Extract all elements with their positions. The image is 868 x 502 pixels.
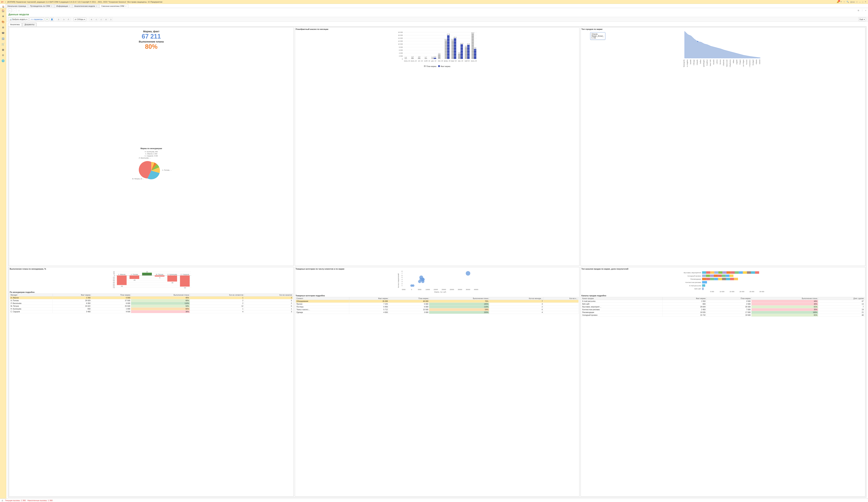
- svg-rect-197: [714, 278, 718, 280]
- tab-guide[interactable]: Путеводитель по CRM×: [28, 4, 54, 8]
- tb-4[interactable]: ▣: [90, 18, 93, 21]
- rail-settings-icon[interactable]: ✿: [2, 26, 4, 29]
- kpi-margin-label: Маржа, факт: [10, 30, 293, 33]
- analyze-button[interactable]: 👤: [50, 18, 54, 21]
- link-icon[interactable]: ⧉: [858, 9, 859, 12]
- svg-rect-201: [730, 278, 734, 280]
- tab-home[interactable]: Начальная страница: [6, 4, 28, 8]
- svg-text:7: 7: [402, 272, 402, 274]
- table-row[interactable]: М. Петров24 02225 50094%126: [10, 305, 293, 307]
- forward-button[interactable]: →: [13, 9, 17, 12]
- svg-text:35000: 35000: [466, 289, 470, 290]
- table-row[interactable]: Одежда4 6503 000155%4: [296, 311, 579, 314]
- svg-text:нояб. 19: нояб. 19: [424, 60, 430, 62]
- planfact-chart: июнь 190,5июль 191,0окт. 191,0нояб. 190,…: [296, 31, 579, 65]
- table-row[interactable]: E-mail рассылка1 5503 50044%47: [581, 300, 865, 303]
- hamburger-icon[interactable]: ≡: [5, 1, 6, 3]
- more-icon[interactable]: ⋮: [861, 9, 863, 12]
- close-icon[interactable]: ×: [51, 5, 52, 7]
- svg-rect-6: [404, 58, 407, 59]
- history-icon[interactable]: ⟳: [840, 1, 842, 3]
- table-row[interactable]: Контекстная реклама2 4507 00035%19: [581, 308, 865, 311]
- rail-star-icon[interactable]: ❋: [2, 15, 4, 18]
- tb-8[interactable]: ▧: [109, 18, 113, 21]
- rail-phone-icon[interactable]: ☎: [2, 32, 4, 34]
- svg-text:Рекомендации: Рекомендации: [690, 278, 701, 280]
- table-row[interactable]: А. Иванов2 2605 00045%13: [10, 296, 293, 299]
- table-row[interactable]: Л. Васильева6 9506 000116%22: [10, 302, 293, 305]
- table-row[interactable]: Постеры6 9506 000116%2: [296, 305, 579, 308]
- minimize-icon[interactable]: —: [859, 1, 861, 3]
- search-icon[interactable]: 🔍: [847, 1, 849, 3]
- back-button[interactable]: ←: [8, 9, 12, 12]
- tb-2[interactable]: ◨: [62, 18, 66, 21]
- tab-analytics[interactable]: Сквозная аналитика CRM×: [100, 4, 128, 8]
- notification-icon[interactable]: 🔔3: [837, 1, 839, 3]
- rail-gear-icon[interactable]: ⚙: [2, 54, 4, 56]
- svg-text:Н. Кузнецова, 650: Н. Кузнецова, 650: [145, 151, 158, 153]
- table-row[interactable]: Оборудование35 09946 00076%7: [296, 300, 579, 303]
- table-row[interactable]: Прочее7 2255 000145%4: [296, 303, 579, 305]
- rail-building-icon[interactable]: 🏢: [2, 37, 4, 40]
- rail-grid-icon[interactable]: ▦: [2, 48, 4, 51]
- select-model-button[interactable]: 📊 Выбрать модель ▾: [8, 18, 29, 21]
- rail-home-icon[interactable]: 🏠: [2, 9, 4, 12]
- table-row[interactable]: Н. Кузнецова6501 00065%11: [10, 307, 293, 310]
- svg-text:25 000: 25 000: [750, 291, 754, 292]
- maximize-icon[interactable]: □: [862, 1, 863, 3]
- menu-icon[interactable]: ≡: [856, 1, 857, 3]
- tb-5[interactable]: ▤: [94, 18, 98, 21]
- svg-text:15,6: 15,6: [453, 36, 457, 38]
- svg-text:30 000: 30 000: [760, 291, 764, 292]
- table-row[interactable]: Холодный прозвон15 73219 50081%40: [581, 314, 865, 316]
- rail-key-icon[interactable]: 🎨: [2, 20, 4, 23]
- rail-globe-icon[interactable]: 🌐: [2, 59, 4, 62]
- svg-text:11,0: 11,0: [460, 43, 463, 44]
- rail-cart-icon[interactable]: 🛒: [2, 43, 4, 45]
- chanbar-title: Топ каналов продаж по марже, доли покупа…: [581, 268, 865, 270]
- chan-table[interactable]: Канал продажФакт маржаПлан маржаВыполнен…: [581, 297, 865, 317]
- svg-rect-9: [411, 57, 414, 59]
- svg-rect-37: [461, 44, 463, 59]
- mgr-table[interactable]: ManagerФакт маржаПлан маржаВыполнение пл…: [10, 294, 293, 313]
- svg-rect-192: [730, 274, 734, 277]
- more-button[interactable]: Ещё ▾: [858, 18, 866, 21]
- tb-7[interactable]: ▦: [104, 18, 108, 21]
- tab-info[interactable]: Информация×: [54, 4, 72, 8]
- table-row[interactable]: Веб-сайт8002 00040%13: [581, 303, 865, 305]
- table-row[interactable]: Рекомендации18 03517 000106%21: [581, 311, 865, 314]
- close-icon[interactable]: ✕: [865, 1, 866, 3]
- refresh-button[interactable]: ⟳: [45, 18, 49, 21]
- printer-icon[interactable]: 🖨: [1, 499, 3, 501]
- pie-title: Маржа по менеджерам: [10, 147, 293, 149]
- svg-text:-20: -20: [133, 279, 135, 281]
- filters-button[interactable]: 🏷 Отборы ▾: [74, 18, 86, 21]
- home-icon[interactable]: 🏠: [2, 6, 4, 8]
- nav-row: ← → ☆ ⧉ ⋮ ×: [6, 8, 868, 13]
- tb-1[interactable]: ◧: [57, 18, 61, 21]
- close-icon[interactable]: ×: [69, 5, 70, 7]
- svg-text:19,0: 19,0: [471, 32, 474, 34]
- star-icon[interactable]: ☆: [843, 1, 845, 3]
- ptab-documents[interactable]: Документы: [22, 23, 37, 27]
- close-icon[interactable]: ×: [125, 5, 126, 7]
- table-row[interactable]: Ткань и аксесс…5 71210 50054%6: [296, 308, 579, 311]
- cat-table[interactable]: СегментФакт маржаПлан маржаВыполнение пл…: [296, 297, 579, 314]
- user-label[interactable]: Демо: [850, 1, 855, 3]
- cities-title: Топ городов по марже: [581, 28, 865, 30]
- table-row[interactable]: Выставки, мероприят…28 64435 50081%7: [581, 305, 865, 308]
- svg-text:0,6: 0,6: [431, 56, 434, 58]
- close-icon[interactable]: ×: [96, 5, 97, 7]
- params-button[interactable]: <-> параметры: [30, 18, 44, 21]
- close-page-icon[interactable]: ×: [865, 9, 866, 11]
- tb-6[interactable]: ▥: [99, 18, 103, 21]
- svg-text:Milan: Milan: [733, 60, 734, 63]
- tb-3[interactable]: ◩: [67, 18, 71, 21]
- ptab-analytics[interactable]: Аналитика: [8, 23, 22, 27]
- fav-icon[interactable]: ☆: [18, 9, 20, 12]
- tab-models[interactable]: Аналитические модели×: [72, 4, 99, 8]
- svg-rect-173: [714, 271, 719, 274]
- table-row[interactable]: А. Попова29 92937 50080%25: [10, 299, 293, 302]
- svg-text:6: 6: [402, 274, 402, 276]
- table-row[interactable]: С. Сидоров3 4009 50036%43: [10, 310, 293, 313]
